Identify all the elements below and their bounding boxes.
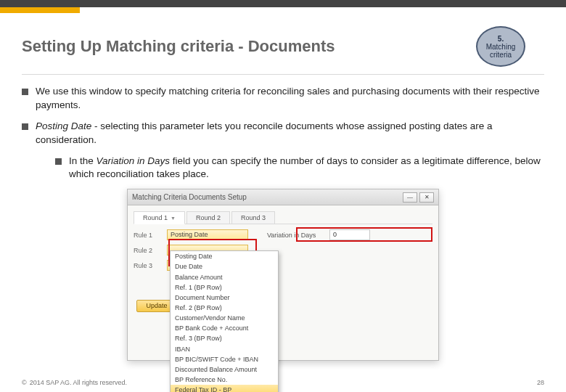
close-button[interactable]: ✕: [419, 192, 434, 203]
matching-criteria-dialog: Matching Criteria Documents Setup — ✕ Ro…: [127, 189, 439, 361]
tab-round-1[interactable]: Round 1▼: [134, 211, 185, 224]
badge-label: Matching criteria: [477, 43, 524, 59]
dropdown-item[interactable]: Ref. 3 (BP Row): [171, 333, 278, 343]
dropdown-item[interactable]: BP Bank Code + Account: [171, 323, 278, 333]
dropdown-item[interactable]: Posting Date: [171, 251, 278, 261]
dropdown-item[interactable]: BP Reference No.: [171, 375, 278, 385]
bullet-icon: [22, 123, 28, 130]
dialog-titlebar: Matching Criteria Documents Setup — ✕: [128, 189, 438, 205]
dropdown-item[interactable]: Balance Amount: [171, 272, 278, 282]
rule-dropdown-list[interactable]: Posting DateDue DateBalance AmountRef. 1…: [170, 250, 279, 392]
page-number: 28: [537, 379, 544, 386]
dropdown-item[interactable]: Customer/Vendor Name: [171, 313, 278, 323]
bullet-text: We use this window to specify matching c…: [36, 85, 544, 113]
copyright-text: 2014 SAP AG. All rights reserved.: [30, 379, 127, 386]
bullet-text: In the Variation in Days field you can s…: [69, 155, 544, 182]
bullet-icon: [22, 89, 28, 95]
variation-label: Variation in Days: [267, 232, 329, 239]
dropdown-item[interactable]: Federal Tax ID - BP: [171, 385, 278, 392]
dialog-body: Round 1▼ Round 2 Round 3 Rule 1 Posting …: [128, 205, 438, 360]
bullet-1: We use this window to specify matching c…: [22, 85, 544, 113]
bullet-2: Posting Date - selecting this parameter …: [22, 120, 544, 147]
dropdown-item[interactable]: Ref. 2 (BP Row): [171, 303, 278, 313]
top-band: [0, 0, 566, 7]
dropdown-item[interactable]: Discounted Balance Amount: [171, 364, 278, 375]
badge-number: 5.: [498, 35, 504, 43]
dropdown-item[interactable]: Due Date: [171, 261, 278, 271]
step-badge: 5. Matching criteria: [472, 26, 530, 67]
minimize-button[interactable]: —: [403, 192, 417, 203]
rule-1-row: Rule 1 Posting Date Variation in Days 0: [134, 229, 432, 241]
copyright-icon: ©: [22, 379, 27, 386]
rule-3-label: Rule 3: [134, 262, 167, 269]
bullet-2-1: In the Variation in Days field you can s…: [55, 155, 544, 182]
tab-round-3[interactable]: Round 3: [231, 211, 275, 224]
header-row: Setting Up Matching criteria - Documents…: [0, 26, 566, 67]
dropdown-item[interactable]: Ref. 1 (BP Row): [171, 282, 278, 293]
chevron-down-icon: ▼: [171, 216, 176, 221]
gold-stripe: [0, 7, 80, 13]
header-divider: [22, 74, 544, 75]
tab-round-2[interactable]: Round 2: [186, 211, 230, 224]
dropdown-item[interactable]: BP BIC/SWIFT Code + IBAN: [171, 354, 278, 364]
dialog-title: Matching Criteria Documents Setup: [132, 193, 401, 201]
bullet-text: Posting Date - selecting this parameter …: [36, 120, 544, 147]
rule-1-label: Rule 1: [134, 232, 167, 239]
variation-input[interactable]: 0: [329, 229, 370, 240]
footer: © 2014 SAP AG. All rights reserved. 28: [0, 379, 566, 386]
rule-2-label: Rule 2: [134, 247, 167, 254]
dropdown-item[interactable]: IBAN: [171, 344, 278, 354]
page-title: Setting Up Matching criteria - Documents: [22, 37, 472, 56]
dropdown-item[interactable]: Document Number: [171, 293, 278, 303]
rule-1-field[interactable]: Posting Date: [167, 229, 248, 240]
bullet-icon: [55, 158, 62, 165]
tabs: Round 1▼ Round 2 Round 3: [134, 210, 432, 224]
